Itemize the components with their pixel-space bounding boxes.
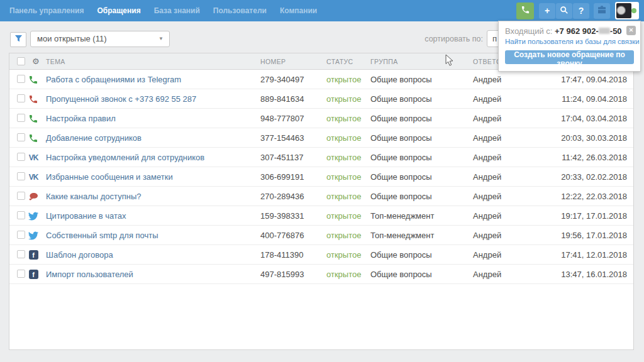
link-user-from-base[interactable]: Найти пользователя из базы для связки: [505, 38, 634, 45]
ticket-topic-link[interactable]: Пропущенной звонок с +373 692 55 287: [46, 89, 196, 109]
briefcase-button[interactable]: [594, 3, 610, 19]
ticket-number: 497-815993: [260, 265, 304, 284]
ticket-date: 17:47, 09.04.2018: [561, 70, 627, 89]
ticket-date: 11:24, 09.04.2018: [562, 89, 627, 109]
sort-label: сортировать по:: [408, 35, 483, 43]
ticket-topic-link[interactable]: Цитирование в чатах: [46, 206, 126, 226]
row-checkbox[interactable]: [17, 75, 25, 83]
redacted-digits: [599, 28, 610, 34]
funnel-icon: [14, 35, 23, 45]
ticket-assignee: Андрей: [473, 70, 501, 89]
row-checkbox[interactable]: [17, 211, 25, 219]
ticket-status: открытое: [326, 128, 361, 148]
ticket-date: 11:42, 26.03.2018: [562, 148, 627, 167]
select-all-checkbox[interactable]: [17, 57, 25, 65]
briefcase-icon: [597, 5, 607, 17]
ticket-group: Общие вопросы: [370, 245, 432, 265]
ticket-topic-link[interactable]: Настройка уведомлений для сотрудников: [46, 148, 204, 167]
filter-button[interactable]: [10, 32, 26, 47]
ticket-group: Топ-менеджмент: [370, 226, 434, 245]
avatar[interactable]: [615, 2, 639, 19]
phone-icon: [521, 5, 530, 16]
caller-phone-number: +7 962 902--50: [555, 26, 622, 36]
search-button[interactable]: [556, 3, 572, 19]
ticket-group: Общие вопросы: [370, 109, 432, 128]
ticket-number: 889-841634: [260, 89, 304, 109]
nav-item[interactable]: Обращения: [97, 6, 140, 15]
row-checkbox[interactable]: [17, 114, 25, 122]
header-status[interactable]: СТАТУС: [326, 53, 353, 70]
create-ticket-from-call-button[interactable]: Создать новое обращение по звонку: [505, 50, 634, 64]
ticket-date: 20:03, 30.03.2018: [561, 128, 627, 148]
nav-actions: + ?: [516, 0, 639, 21]
tickets-table: ⚙ ТЕМА НОМЕР СТАТУС ГРУППА ОТВЕТСТВЕННЫЙ…: [9, 53, 634, 350]
incoming-call-popup: ✕ Входящий с: +7 962 902--50 Найти польз…: [498, 21, 641, 72]
header-number[interactable]: НОМЕР: [260, 53, 286, 70]
ticket-number: 270-289436: [260, 187, 304, 206]
ticket-topic-link[interactable]: Работа с обращениями из Telegram: [46, 70, 181, 89]
row-checkbox[interactable]: [17, 172, 25, 180]
nav-item[interactable]: Панель управления: [9, 6, 84, 15]
ticket-number: 159-398331: [260, 206, 304, 226]
ticket-date: 20:33, 02.02.2018: [561, 167, 627, 187]
row-checkbox[interactable]: [17, 153, 25, 161]
facebook-icon: f: [27, 265, 40, 284]
add-button[interactable]: +: [539, 3, 555, 19]
user-photo: [616, 3, 631, 18]
ticket-status: открытое: [326, 245, 361, 265]
row-checkbox[interactable]: [17, 270, 25, 278]
row-checkbox[interactable]: [17, 133, 25, 141]
header-topic[interactable]: ТЕМА: [46, 53, 65, 70]
row-checkbox[interactable]: [17, 192, 25, 200]
header-group[interactable]: ГРУППА: [370, 53, 398, 70]
incoming-call-icon: [27, 128, 40, 148]
ticket-date: 17:04, 03.04.2018: [561, 109, 627, 128]
row-checkbox[interactable]: [17, 94, 25, 102]
ticket-assignee: Андрей: [473, 167, 501, 187]
ticket-topic-link[interactable]: Добавление сотрудников: [46, 128, 142, 148]
ticket-assignee: Андрей: [473, 187, 501, 206]
ticket-topic-link[interactable]: Шаблон договора: [46, 245, 113, 265]
nav-item[interactable]: Пользователи: [213, 6, 267, 15]
incoming-label: Входящий с:: [505, 26, 552, 36]
twitter-icon: [27, 226, 40, 245]
row-checkbox[interactable]: [17, 250, 25, 258]
nav-item[interactable]: Компании: [280, 6, 317, 15]
ticket-assignee: Андрей: [473, 206, 501, 226]
call-button[interactable]: [516, 3, 534, 19]
plus-icon: +: [545, 6, 550, 16]
ticket-group: Общие вопросы: [370, 148, 432, 167]
table-row: Цитирование в чатах159-398331открытоеТоп…: [9, 206, 633, 226]
ticket-group: Общие вопросы: [370, 128, 432, 148]
question-icon: ?: [579, 6, 584, 16]
ticket-assignee: Андрей: [473, 148, 501, 167]
ticket-topic-link[interactable]: Собственный smtp для почты: [46, 226, 158, 245]
nav-items: Панель управленияОбращенияБаза знанийПол…: [0, 0, 330, 21]
top-nav: Панель управленияОбращенияБаза знанийПол…: [0, 0, 644, 21]
ticket-number: 307-451137: [260, 148, 303, 167]
ticket-number: 279-340497: [260, 70, 304, 89]
incoming-call-icon: [27, 109, 40, 128]
ticket-status: открытое: [326, 89, 361, 109]
nav-item[interactable]: База знаний: [154, 6, 200, 15]
ticket-topic-link[interactable]: Настройка правил: [46, 109, 116, 128]
vk-icon: VK: [27, 167, 40, 187]
table-row: Добавление сотрудников377-154463открытое…: [9, 128, 633, 148]
ticket-status: открытое: [326, 265, 361, 284]
close-icon[interactable]: ✕: [626, 26, 636, 35]
ticket-assignee: Андрей: [473, 265, 501, 284]
help-button[interactable]: ?: [573, 3, 589, 19]
filter-dropdown-value: мои открытые (11): [37, 34, 107, 43]
chevron-down-icon: ▼: [158, 31, 164, 47]
table-row: VKНастройка уведомлений для сотрудников3…: [9, 148, 633, 167]
ticket-group: Общие вопросы: [370, 70, 432, 89]
facebook-icon: f: [27, 245, 40, 265]
ticket-topic-link[interactable]: Избранные сообщения и заметки: [46, 167, 173, 187]
online-status-dot: [631, 8, 636, 13]
ticket-topic-link[interactable]: Какие каналы доступны?: [46, 187, 141, 206]
ticket-topic-link[interactable]: Импорт пользователей: [46, 265, 133, 284]
row-checkbox[interactable]: [17, 231, 25, 239]
gear-icon[interactable]: ⚙: [32, 53, 40, 69]
ticket-assignee: Андрей: [473, 128, 501, 148]
filter-dropdown[interactable]: мои открытые (11) ▼: [30, 31, 170, 47]
